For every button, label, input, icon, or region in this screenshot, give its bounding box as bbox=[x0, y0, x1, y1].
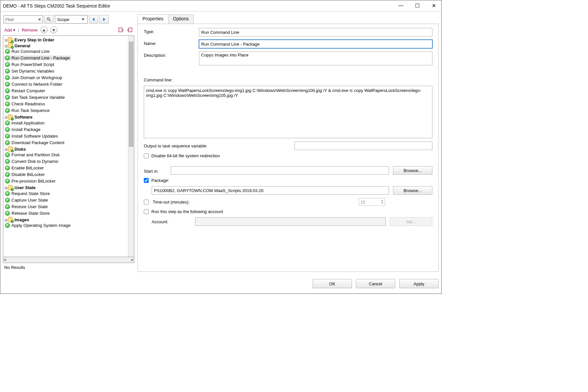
tree-group-label[interactable]: General bbox=[14, 43, 30, 48]
clear-find-icon[interactable]: ✕ bbox=[38, 17, 41, 22]
tree-step[interactable]: Convert Disk to Dynamic bbox=[4, 159, 59, 164]
package-label: Package: bbox=[151, 178, 169, 183]
scope-dropdown[interactable]: Scope bbox=[55, 15, 88, 24]
close-button[interactable]: ✕ bbox=[429, 3, 439, 9]
check-icon bbox=[5, 82, 10, 87]
start-in-browse-button[interactable]: Browse... bbox=[393, 166, 432, 175]
expander-icon[interactable]: ⊟ bbox=[4, 38, 8, 42]
tree-step[interactable]: Install Application bbox=[4, 120, 45, 125]
tree-group-label[interactable]: Images bbox=[14, 217, 29, 222]
tree-step[interactable]: Set Dynamic Variables bbox=[4, 69, 55, 74]
tree-step[interactable]: Disable BitLocker bbox=[4, 172, 46, 177]
tree-step[interactable]: Capture User State bbox=[4, 198, 49, 203]
tree-step[interactable]: Download Package Content bbox=[4, 140, 65, 145]
tree-step[interactable]: Pre-provision BitLocker bbox=[4, 179, 56, 184]
check-icon bbox=[5, 134, 10, 139]
maximize-button[interactable]: ☐ bbox=[412, 3, 422, 9]
tree-step[interactable]: Install Package bbox=[4, 127, 41, 132]
cancel-button[interactable]: Cancel bbox=[356, 279, 395, 288]
account-label: Account: bbox=[152, 219, 191, 224]
next-button[interactable] bbox=[99, 15, 109, 24]
expander-icon[interactable]: ⊟ bbox=[4, 147, 8, 152]
run-as-checkbox[interactable] bbox=[144, 209, 149, 214]
window-title: DEMO - All TS Steps CM2002 Task Sequence… bbox=[3, 3, 396, 9]
move-down-button[interactable]: ▼ bbox=[50, 26, 57, 33]
tree-step[interactable]: Release State Store bbox=[4, 211, 51, 216]
description-field[interactable] bbox=[199, 52, 432, 65]
move-up-button[interactable]: ▲ bbox=[40, 26, 48, 33]
tab-properties[interactable]: Properties bbox=[138, 14, 168, 24]
tree-step[interactable]: Restart Computer bbox=[4, 88, 46, 93]
tree-root-label[interactable]: Every Step In Order bbox=[14, 37, 54, 42]
tree-group-label[interactable]: Disks bbox=[14, 147, 26, 152]
scrollbar-thumb[interactable] bbox=[129, 42, 133, 147]
tree-group-label[interactable]: Software bbox=[14, 115, 33, 120]
output-variable-field[interactable] bbox=[294, 142, 432, 150]
tree-step[interactable]: Join Domain or Workgroup bbox=[4, 75, 63, 80]
expander-icon[interactable]: ⊟ bbox=[4, 186, 8, 190]
tree-step[interactable]: Run Task Sequence bbox=[4, 108, 51, 113]
check-icon bbox=[5, 159, 10, 164]
tree-tool-icon-1[interactable] bbox=[118, 27, 124, 33]
tree-step[interactable]: Install Software Updates bbox=[4, 134, 59, 139]
search-button[interactable] bbox=[44, 15, 54, 24]
name-field[interactable] bbox=[199, 40, 432, 48]
disable-64bit-checkbox[interactable] bbox=[144, 153, 149, 158]
titlebar: DEMO - All TS Steps CM2002 Task Sequence… bbox=[0, 0, 441, 11]
prev-button[interactable] bbox=[89, 15, 98, 24]
expander-icon[interactable]: ⊟ bbox=[4, 115, 8, 120]
tree-step[interactable]: Set Task Sequence Variable bbox=[4, 95, 66, 100]
tree-step[interactable]: Run PowerShell Script bbox=[4, 62, 55, 67]
disable-64bit-label: Disable 64-bit file system redirection bbox=[151, 153, 220, 158]
apply-button[interactable]: Apply bbox=[399, 279, 439, 288]
tree-tool-icon-2[interactable] bbox=[126, 27, 133, 33]
timeout-checkbox[interactable] bbox=[144, 200, 149, 205]
vertical-scrollbar[interactable] bbox=[128, 36, 134, 257]
task-sequence-tree[interactable]: ⊟Every Step In Order⊟GeneralRun Command … bbox=[3, 36, 128, 257]
check-icon bbox=[5, 55, 10, 60]
ok-button[interactable]: OK bbox=[313, 279, 352, 288]
check-icon bbox=[5, 198, 10, 203]
tree-step[interactable]: Restore User State bbox=[4, 204, 49, 209]
check-icon bbox=[5, 165, 10, 170]
add-menu[interactable]: Add ▾ bbox=[4, 28, 15, 33]
tree-step-label: Disable BitLocker bbox=[11, 172, 45, 177]
find-input[interactable]: Find ✕ bbox=[4, 15, 43, 23]
check-icon bbox=[5, 62, 10, 67]
tree-step[interactable]: Run Command Line bbox=[4, 49, 51, 54]
expander-icon[interactable]: ⊟ bbox=[4, 44, 8, 48]
start-in-field[interactable] bbox=[171, 166, 389, 175]
check-icon bbox=[5, 204, 10, 209]
tree-step[interactable]: Run Command Line - Package bbox=[4, 55, 71, 60]
svg-point-0 bbox=[47, 18, 50, 20]
folder-icon bbox=[8, 44, 13, 48]
type-label: Type: bbox=[144, 28, 196, 34]
tree-step-label: Connect to Network Folder bbox=[11, 82, 62, 87]
tree-step[interactable]: Apply Operating System Image bbox=[4, 223, 72, 228]
remove-button[interactable]: Remove bbox=[22, 28, 37, 33]
tree-step-label: Run Command Line - Package bbox=[11, 55, 70, 60]
package-browse-button[interactable]: Browse... bbox=[393, 186, 432, 195]
horizontal-scrollbar[interactable]: <> bbox=[3, 257, 134, 263]
command-line-field[interactable] bbox=[144, 86, 432, 138]
timeout-spinner: 15 ▲▼ bbox=[359, 198, 385, 206]
run-as-label: Run this step as the following account bbox=[151, 209, 223, 214]
check-icon bbox=[5, 108, 10, 113]
tree-step[interactable]: Format and Partition Disk bbox=[4, 152, 61, 157]
folder-icon bbox=[8, 218, 13, 222]
timeout-label: Time-out (minutes): bbox=[153, 200, 355, 205]
minimize-button[interactable]: — bbox=[396, 3, 406, 9]
tree-step[interactable]: Check Readiness bbox=[4, 101, 46, 106]
tree-group-label[interactable]: User State bbox=[14, 185, 35, 190]
tree-step[interactable]: Enable BitLocker bbox=[4, 165, 45, 170]
folder-icon bbox=[8, 186, 13, 190]
package-checkbox[interactable] bbox=[144, 178, 149, 183]
start-in-label: Start in: bbox=[144, 167, 167, 174]
tab-options[interactable]: Options bbox=[168, 14, 194, 24]
check-icon bbox=[5, 152, 10, 157]
description-label: Description: bbox=[144, 52, 196, 58]
tree-step[interactable]: Request State Store bbox=[4, 191, 51, 196]
tree-step[interactable]: Connect to Network Folder bbox=[4, 82, 63, 87]
expander-icon[interactable]: ⊟ bbox=[4, 218, 8, 222]
tree-step-label: Run PowerShell Script bbox=[11, 62, 54, 67]
